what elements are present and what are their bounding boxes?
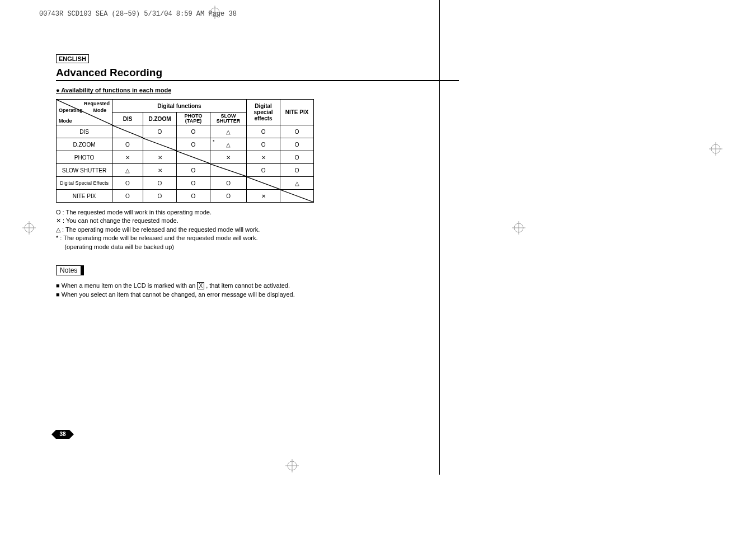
legend-star-cont: (operating mode data will be backed up): [56, 243, 476, 251]
cell: △: [280, 177, 314, 190]
table-row: Digital Special Effects O O O O △: [57, 177, 314, 190]
cell: O: [247, 138, 280, 151]
notes-list: When a menu item on the LCD is marked wi…: [56, 281, 476, 299]
col-digital-functions: Digital functions: [112, 100, 247, 113]
table-row: D.ZOOM O O *△ O O: [57, 138, 314, 151]
cell: ✕: [247, 190, 280, 203]
legend-x: ✕ : You can not change the requested mod…: [56, 217, 476, 225]
crop-mark-icon: [709, 142, 722, 156]
cell: O: [112, 190, 143, 203]
row-label: SLOW SHUTTER: [57, 164, 112, 177]
row-label: D.ZOOM: [57, 138, 112, 151]
svg-line-1: [112, 125, 143, 138]
cell: O: [280, 138, 314, 151]
cell: ✕: [143, 164, 177, 177]
cell: O: [210, 190, 247, 203]
notes-heading: Notes: [56, 265, 83, 275]
cell-self: [247, 177, 280, 190]
cell-self: [280, 190, 314, 203]
cell-self: [143, 138, 177, 151]
cell: O: [247, 125, 280, 138]
print-header: 00743R SCD103 SEA (28~59) 5/31/04 8:59 A…: [39, 10, 237, 18]
x-mark-icon: X: [197, 282, 204, 289]
function-table: Requested Mode Operating Mode Digital fu…: [56, 99, 314, 203]
cell: O: [177, 177, 210, 190]
cell-self: [112, 125, 143, 138]
table-row: DIS O O △ O O: [57, 125, 314, 138]
cell: O: [177, 164, 210, 177]
svg-line-3: [177, 151, 210, 163]
crop-mark-icon: [22, 221, 36, 235]
cell: O: [280, 164, 314, 177]
cell: O: [177, 138, 210, 151]
crop-mark-icon: [208, 6, 222, 19]
row-label: PHOTO: [57, 151, 112, 164]
table-row: NITE PIX O O O O ✕: [57, 190, 314, 203]
cell: O: [143, 177, 177, 190]
legend-o: O : The requested mode will work in this…: [56, 208, 476, 217]
row-label: NITE PIX: [57, 190, 112, 203]
cell: O: [280, 151, 314, 164]
col-photo-tape: PHOTO(TAPE): [177, 113, 210, 125]
table-row: PHOTO ✕ ✕ ✕ ✕ O: [57, 151, 314, 164]
cell: O: [112, 177, 143, 190]
row-label: DIS: [57, 125, 112, 138]
cell: O: [247, 164, 280, 177]
legend: O : The requested mode will work in this…: [56, 208, 476, 251]
table-corner: Requested Mode Operating Mode: [57, 100, 112, 125]
cell: ✕: [112, 151, 143, 164]
cell: ✕: [143, 151, 177, 164]
col-dis: DIS: [112, 113, 143, 125]
col-digital-special: Digital special effects: [247, 100, 280, 125]
legend-triangle: △ : The operating mode will be released …: [56, 226, 476, 234]
cell: O: [210, 177, 247, 190]
svg-line-4: [210, 164, 246, 176]
note-1: When a menu item on the LCD is marked wi…: [56, 281, 476, 291]
page-title: Advanced Recording: [56, 67, 459, 81]
svg-line-6: [280, 190, 313, 202]
cell: O: [143, 125, 177, 138]
page-content: ENGLISH Advanced Recording Availability …: [56, 53, 476, 299]
cell-self: [177, 151, 210, 164]
cell: ✕: [247, 151, 280, 164]
section-subtitle: Availability of functions in each mode: [56, 87, 171, 94]
legend-star: * : The operating mode will be released …: [56, 234, 476, 242]
cell: *△: [210, 138, 247, 151]
svg-line-5: [247, 177, 280, 189]
col-dzoom: D.ZOOM: [143, 113, 177, 125]
col-nite-pix: NITE PIX: [280, 100, 314, 125]
cell: △: [210, 125, 247, 138]
crop-mark-icon: [285, 459, 299, 472]
page-number: 38: [56, 430, 69, 439]
col-slow-shutter: SLOWSHUTTER: [210, 113, 247, 125]
cell: O: [112, 138, 143, 151]
note-2: When you select an item that cannot be c…: [56, 290, 476, 299]
language-label: ENGLISH: [56, 54, 89, 63]
svg-line-2: [143, 138, 176, 151]
crop-mark-icon: [512, 221, 525, 235]
cell: O: [177, 190, 210, 203]
cell-self: [210, 164, 247, 177]
cell: △: [112, 164, 143, 177]
cell: O: [177, 125, 210, 138]
table-row: SLOW SHUTTER △ ✕ O O O: [57, 164, 314, 177]
cell: O: [280, 125, 314, 138]
cell: ✕: [210, 151, 247, 164]
row-label: Digital Special Effects: [57, 177, 112, 190]
cell: O: [143, 190, 177, 203]
